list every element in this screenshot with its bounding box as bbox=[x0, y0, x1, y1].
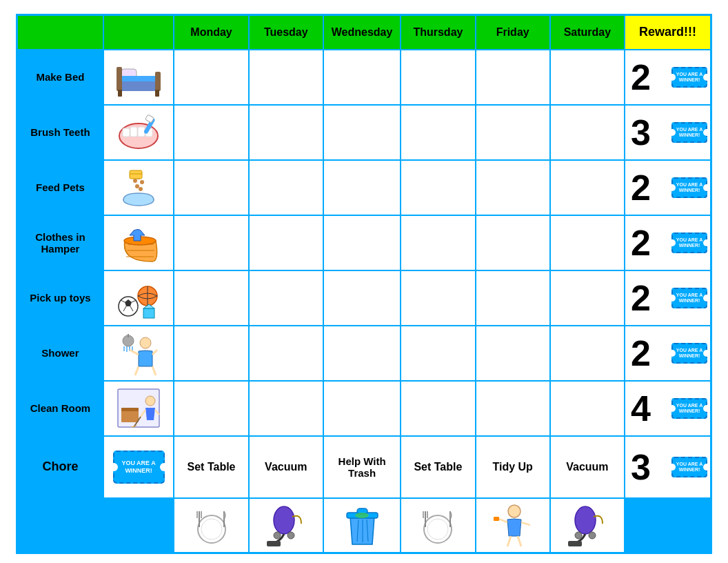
svg-rect-82 bbox=[494, 517, 499, 521]
chore-image-shower bbox=[103, 326, 174, 381]
day-cell-hamper-tue bbox=[249, 215, 323, 270]
header-monday: Monday bbox=[174, 15, 248, 50]
day-cell-toys-mon bbox=[174, 270, 248, 326]
chore-name-feedpets: Feed Pets bbox=[17, 160, 103, 215]
trash-icon-wednesday bbox=[340, 503, 385, 548]
bottom-icon-monday bbox=[174, 498, 248, 553]
teeth-icon bbox=[114, 112, 163, 153]
bottom-reward bbox=[625, 498, 711, 553]
day-cell-shower-sat bbox=[550, 326, 625, 381]
ticket-shower: YOU ARE AWINNER! bbox=[671, 343, 707, 364]
reward-cell-makebed: 2 YOU ARE AWINNER! bbox=[625, 50, 711, 105]
hamper-icon bbox=[114, 220, 163, 265]
day-cell-cleanroom-fri bbox=[476, 381, 550, 436]
chore-day-saturday: Vacuum bbox=[550, 436, 625, 498]
person-icon-friday bbox=[490, 503, 535, 548]
plate-icon-thursday bbox=[417, 503, 458, 548]
pets-icon bbox=[114, 167, 163, 208]
day-cell-brushteeth-sat bbox=[550, 105, 625, 160]
day-cell-feedpets-tue bbox=[249, 160, 323, 215]
chore-name-chore: Chore bbox=[17, 436, 103, 498]
day-cell-toys-sat bbox=[550, 270, 625, 326]
header-tuesday: Tuesday bbox=[249, 15, 323, 50]
header-thursday: Thursday bbox=[401, 15, 475, 50]
day-cell-toys-tue bbox=[249, 270, 323, 326]
day-cell-hamper-mon bbox=[174, 215, 248, 270]
ticket-brushteeth: YOU ARE AWINNER! bbox=[671, 122, 707, 143]
day-cell-cleanroom-wed bbox=[323, 381, 401, 436]
day-cell-shower-thu bbox=[401, 326, 475, 381]
svg-line-79 bbox=[518, 536, 521, 546]
table-row: Make Bed bbox=[17, 50, 711, 105]
vacuum-icon-tuesday bbox=[263, 503, 308, 548]
ticket-feedpets: YOU ARE AWINNER! bbox=[671, 177, 707, 198]
chore-image-cleanroom bbox=[103, 381, 174, 436]
header-row: Monday Tuesday Wednesday Thursday Friday… bbox=[17, 15, 711, 50]
header-col2 bbox=[103, 15, 174, 50]
reward-number-cleanroom: 4 bbox=[631, 388, 651, 429]
svg-point-85 bbox=[575, 532, 582, 539]
svg-rect-33 bbox=[143, 308, 154, 318]
reward-cell-toys: 2 YOU ARE AWINNER! bbox=[625, 270, 711, 326]
reward-number-chore: 3 bbox=[631, 446, 651, 488]
reward-number-feedpets: 2 bbox=[631, 167, 651, 208]
svg-rect-20 bbox=[130, 170, 142, 179]
day-cell-shower-fri bbox=[476, 326, 550, 381]
svg-point-62 bbox=[274, 532, 281, 539]
svg-rect-61 bbox=[267, 541, 281, 546]
day-cell-feedpets-fri bbox=[476, 160, 550, 215]
day-cell-feedpets-wed bbox=[323, 160, 401, 215]
table-row: Feed Pets bbox=[17, 160, 711, 215]
day-cell-shower-tue bbox=[249, 326, 323, 381]
table-row: Pick up toys bbox=[17, 270, 711, 326]
bottom-icon-friday bbox=[476, 498, 550, 553]
header-saturday: Saturday bbox=[550, 15, 625, 50]
svg-point-86 bbox=[589, 532, 596, 539]
day-cell-makebed-fri bbox=[476, 50, 550, 105]
bottom-col1 bbox=[17, 498, 103, 553]
ticket-chore: YOU ARE AWINNER! bbox=[671, 457, 707, 477]
svg-line-81 bbox=[521, 522, 530, 525]
reward-cell-brushteeth: 3 YOU ARE AWINNER! bbox=[625, 105, 711, 160]
vacuum-icon-saturday bbox=[565, 503, 609, 548]
day-cell-toys-fri bbox=[476, 270, 550, 326]
day-cell-brushteeth-thu bbox=[401, 105, 475, 160]
bottom-icon-wednesday bbox=[323, 498, 401, 553]
reward-number-shower: 2 bbox=[631, 333, 651, 374]
chore-table: Monday Tuesday Wednesday Thursday Friday… bbox=[16, 14, 712, 554]
svg-point-15 bbox=[133, 179, 137, 183]
chore-image-hamper bbox=[103, 215, 174, 270]
svg-rect-3 bbox=[117, 67, 122, 91]
svg-point-17 bbox=[140, 180, 144, 184]
chore-image-brushteeth bbox=[103, 105, 174, 160]
day-cell-hamper-fri bbox=[476, 215, 550, 270]
shower-icon bbox=[114, 330, 163, 375]
svg-line-78 bbox=[507, 536, 511, 546]
bottom-icon-row bbox=[17, 498, 711, 553]
reward-cell-shower: 2 YOU ARE AWINNER! bbox=[625, 326, 711, 381]
chore-special-row: Chore YOU ARE AWINNER! Set Table bbox=[17, 436, 711, 498]
day-cell-makebed-sat bbox=[550, 50, 625, 105]
svg-point-54 bbox=[201, 519, 222, 540]
day-cell-cleanroom-mon bbox=[174, 381, 248, 436]
day-cell-makebed-mon bbox=[174, 50, 248, 105]
svg-rect-6 bbox=[155, 90, 159, 97]
svg-rect-4 bbox=[155, 72, 161, 91]
ticket-toys: YOU ARE AWINNER! bbox=[671, 288, 707, 308]
bed-icon bbox=[114, 57, 163, 98]
svg-point-83 bbox=[575, 506, 596, 534]
chore-image-feedpets bbox=[103, 160, 174, 215]
day-cell-shower-wed bbox=[323, 326, 401, 381]
chore-image-makebed bbox=[103, 50, 174, 105]
chore-image-toys bbox=[103, 270, 174, 326]
svg-point-18 bbox=[135, 184, 139, 188]
bottom-icon-thursday bbox=[401, 498, 475, 553]
header-wednesday: Wednesday bbox=[323, 15, 401, 50]
header-col1 bbox=[17, 15, 103, 50]
chore-image-ticket: YOU ARE AWINNER! bbox=[103, 436, 174, 498]
table-row: Clean Room bbox=[17, 381, 711, 436]
chore-name-toys: Pick up toys bbox=[17, 270, 103, 326]
svg-rect-47 bbox=[121, 410, 139, 422]
bottom-col2 bbox=[103, 498, 174, 553]
day-cell-feedpets-mon bbox=[174, 160, 248, 215]
